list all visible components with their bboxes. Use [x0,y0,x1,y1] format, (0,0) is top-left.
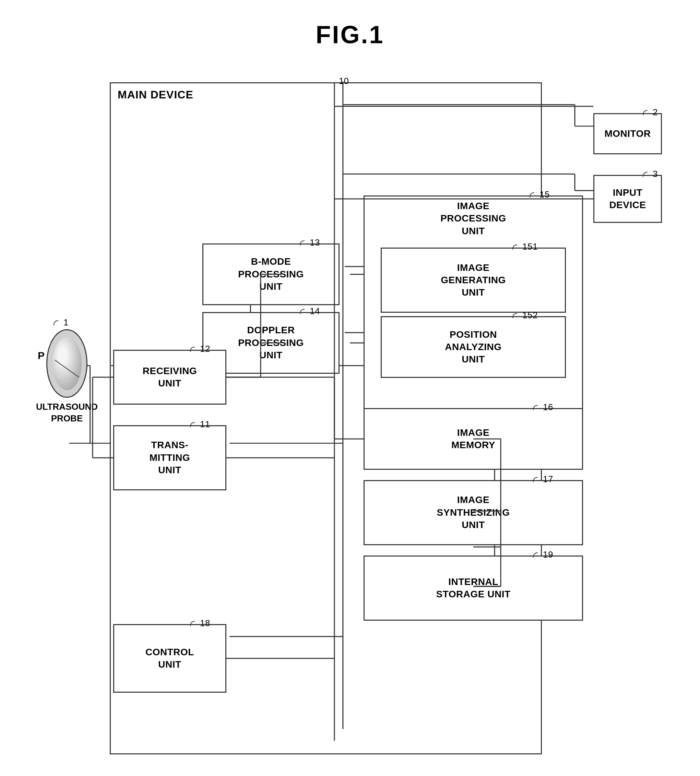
position-analyzing-label: POSITIONANALYZINGUNIT [445,328,502,366]
image-generating-label: IMAGEGENERATINGUNIT [441,261,506,299]
probe-oval [46,329,87,398]
image-memory-ref: 16 [533,401,553,413]
image-synthesizing-unit-block: 17 IMAGESYNTHESIZINGUNIT [363,480,583,545]
main-device-ref: 10 [339,76,349,87]
input-device-ref: 3 [642,168,658,180]
transmitting-label: TRANS-MITTINGUNIT [150,439,190,476]
transmitting-ref: 11 [190,419,210,430]
probe-ref: 1 [53,317,68,328]
control-ref: 18 [190,618,210,629]
monitor-block: 2 MONITOR [593,113,662,154]
receiving-ref: 12 [190,343,210,355]
receiving-unit-block: 12 RECEIVINGUNIT [113,350,227,405]
input-device-label: INPUTDEVICE [609,187,646,211]
image-generating-unit-block: 151 IMAGEGENERATINGUNIT [381,248,566,313]
bmode-unit-block: 13 B-MODEPROCESSINGUNIT [202,243,340,305]
internal-storage-unit-block: 19 INTERNALSTORAGE UNIT [363,556,583,621]
internal-storage-label: INTERNALSTORAGE UNIT [436,576,510,601]
monitor-label: MONITOR [604,128,651,140]
image-memory-block: 16 IMAGEMEMORY [363,408,583,470]
image-processing-unit-block: 15 IMAGEPROCESSINGUNIT 151 IMAGEGENERATI… [363,195,583,429]
main-device-label: MAIN DEVICE [118,88,193,101]
image-synthesizing-label: IMAGESYNTHESIZINGUNIT [437,494,510,531]
position-analyzing-ref: 152 [512,310,538,321]
diagram-container: MAIN DEVICE 10 P 1 ULTRASOUND PROBE 2 MO… [34,62,679,755]
image-synthesizing-ref: 17 [533,473,553,485]
control-label: CONTROLUNIT [145,646,194,671]
page-title: FIG.1 [0,0,700,49]
internal-storage-ref: 19 [533,549,553,561]
bmode-ref: 13 [299,237,320,249]
doppler-ref: 14 [299,306,320,317]
position-analyzing-unit-block: 152 POSITIONANALYZINGUNIT [381,316,566,378]
ultrasound-probe-container: 1 ULTRASOUND PROBE [34,322,100,432]
monitor-ref: 2 [642,107,658,118]
probe-label: ULTRASOUND PROBE [34,401,100,425]
image-processing-label: IMAGEPROCESSINGUNIT [440,200,506,237]
image-processing-ref: 15 [529,189,550,201]
transmitting-unit-block: 11 TRANS-MITTINGUNIT [113,425,227,490]
image-generating-ref: 151 [512,241,538,253]
image-memory-label: IMAGEMEMORY [452,426,495,451]
bmode-label: B-MODEPROCESSINGUNIT [238,255,304,293]
receiving-label: RECEIVINGUNIT [143,365,197,390]
control-unit-block: 18 CONTROLUNIT [113,624,227,693]
input-device-block: 3 INPUTDEVICE [593,175,662,223]
doppler-label: DOPPLERPROCESSINGUNIT [238,324,304,361]
